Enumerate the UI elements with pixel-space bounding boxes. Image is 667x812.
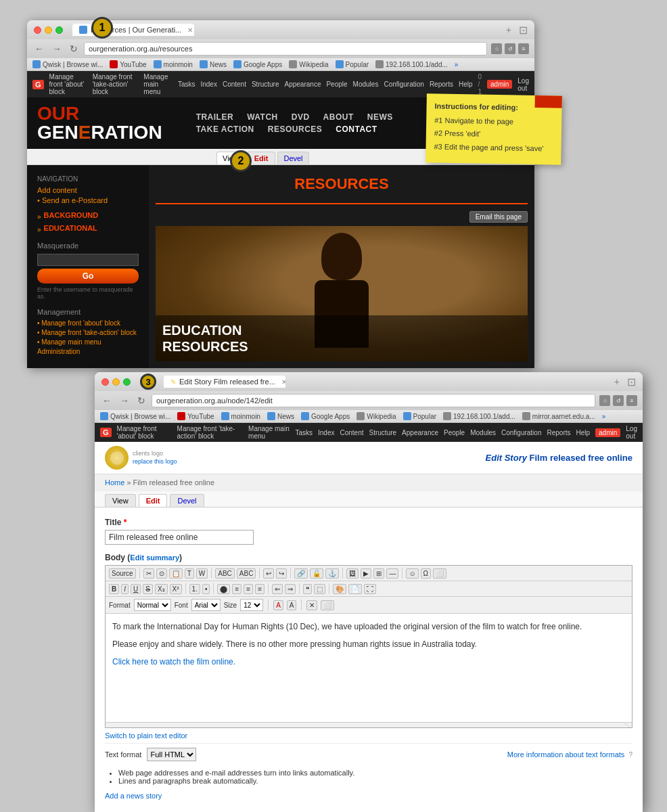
wysiwyg-hr-btn[interactable]: —	[386, 568, 398, 579]
star-icon[interactable]: ☆	[491, 43, 502, 54]
wysiwyg-content-area[interactable]: To mark the International Day for Human …	[106, 614, 632, 722]
admin2-link-index[interactable]: Index	[318, 429, 334, 436]
wysiwyg-outdent-btn[interactable]: ⇐	[272, 584, 283, 594]
star-icon-2[interactable]: ☆	[599, 395, 610, 406]
maximize-btn-2[interactable]	[123, 378, 131, 386]
minimize-btn-2[interactable]	[112, 378, 120, 386]
wysiwyg-paste-word-btn[interactable]: W	[196, 568, 208, 579]
nav-news[interactable]: NEWS	[367, 112, 393, 122]
wysiwyg-ol-btn[interactable]: 1.	[189, 584, 200, 594]
resize-btn-1[interactable]: ⊡	[519, 24, 528, 37]
wysiwyg-strike-btn[interactable]: S	[143, 584, 153, 594]
wysiwyg-special-btn[interactable]: Ω	[421, 568, 431, 579]
traffic-lights-1[interactable]	[34, 26, 63, 34]
bookmark-moin[interactable]: moinmoin	[154, 60, 193, 68]
wysiwyg-table-btn[interactable]: ⊞	[373, 568, 384, 579]
wysiwyg-paste-text-btn[interactable]: T	[185, 568, 194, 579]
wysiwyg-sub-btn[interactable]: X₂	[155, 584, 168, 594]
bm2-wiki[interactable]: Wikipedia	[356, 412, 396, 420]
tab-close-2[interactable]: ✕	[281, 378, 285, 386]
wysiwyg-align-right-btn[interactable]: ≡	[244, 584, 253, 594]
more-bm-2[interactable]: »	[602, 413, 606, 420]
nav-trailer[interactable]: TRAILER	[196, 112, 234, 122]
title-input[interactable]	[105, 530, 254, 545]
wysiwyg-ul-btn[interactable]: •	[202, 584, 210, 594]
admin-link-menu[interactable]: Manage main menu	[143, 73, 172, 95]
wysiwyg-paste-btn[interactable]: 📋	[169, 568, 183, 579]
wysiwyg-flash-btn[interactable]: ▶	[361, 568, 371, 579]
address-bar-1[interactable]: ourgeneration.org.au/resources	[84, 42, 487, 55]
admin2-link-tasks[interactable]: Tasks	[295, 429, 313, 436]
admin-link-people[interactable]: People	[326, 81, 347, 88]
wysiwyg-showblocks-btn[interactable]: ⬜	[321, 600, 334, 610]
mgmt-link-admin[interactable]: Administration	[37, 348, 139, 355]
admin2-link-menu[interactable]: Manage main menu	[248, 425, 290, 440]
more-bookmarks[interactable]: »	[455, 61, 459, 68]
bookmark-wiki[interactable]: Wikipedia	[289, 60, 328, 68]
close-btn-1[interactable]	[34, 26, 41, 34]
browser-tab-2[interactable]: ✎ Edit Story Film released fre... ✕	[164, 376, 285, 388]
back-btn-2[interactable]: ←	[100, 394, 114, 407]
bm2-qwisk[interactable]: Qwisk | Browse wi...	[100, 412, 170, 420]
format-select[interactable]: Normal	[134, 599, 171, 611]
admin-link-tasks[interactable]: Tasks	[178, 81, 196, 88]
tab-edit-2[interactable]: Edit	[139, 494, 168, 507]
wysiwyg-source-btn[interactable]: Source	[109, 568, 136, 579]
forward-btn-2[interactable]: →	[118, 394, 131, 407]
wysiwyg-font-color-btn[interactable]: A	[273, 600, 283, 610]
mgmt-link-3[interactable]: • Manage main menu	[37, 338, 139, 346]
admin2-link-appearance[interactable]: Appearance	[402, 429, 438, 436]
resize-btn-2[interactable]: ⊡	[627, 376, 636, 388]
admin2-link-about[interactable]: Manage front 'about' block	[117, 425, 172, 440]
bm2-ip[interactable]: 192.168.100.1/add...	[443, 412, 515, 420]
bookmark-popular[interactable]: Popular	[336, 60, 369, 68]
forward-btn-1[interactable]: →	[50, 43, 64, 55]
admin2-link-action[interactable]: Manage front 'take-action' block	[177, 425, 244, 440]
sidebar-edu-label[interactable]: EDUCATIONAL	[44, 224, 97, 232]
bm2-youtube[interactable]: YouTube	[177, 412, 214, 420]
nav-contact[interactable]: CONTACT	[336, 125, 377, 134]
wysiwyg-bg-color-btn[interactable]: A	[287, 600, 297, 610]
bookmark-news[interactable]: News	[200, 60, 227, 68]
nav-watch[interactable]: WATCH	[247, 112, 278, 122]
nav-about[interactable]: ABOUT	[323, 112, 354, 122]
bm2-news[interactable]: News	[267, 412, 294, 420]
admin2-link-config[interactable]: Configuration	[501, 429, 541, 436]
masquerade-go-btn[interactable]: Go	[37, 269, 139, 284]
refresh-icon[interactable]: ↺	[505, 43, 515, 54]
wysiwyg-anchor-btn[interactable]: ⚓	[325, 568, 339, 579]
bookmark-qwisk[interactable]: Qwisk | Browse wi...	[32, 60, 103, 68]
wysiwyg-cut-btn[interactable]: ✂	[143, 568, 154, 579]
wysiwyg-resize-handle[interactable]: ⋱	[106, 722, 632, 727]
admin-link-structure[interactable]: Structure	[252, 81, 279, 88]
admin2-link-content[interactable]: Content	[340, 429, 363, 436]
admin2-link-modules[interactable]: Modules	[470, 429, 496, 436]
wysiwyg-undo-btn[interactable]: ↩	[263, 568, 274, 579]
nav-dvd[interactable]: DVD	[292, 112, 310, 122]
wysiwyg-sup-btn[interactable]: X²	[170, 584, 182, 594]
wysiwyg-template-btn[interactable]: 📄	[348, 584, 362, 594]
tab-close-1[interactable]: ✕	[187, 26, 193, 34]
wysiwyg-maximize-btn[interactable]: ⛶	[364, 584, 376, 594]
sidebar-send-postcard[interactable]: • Send an e-Postcard	[37, 196, 139, 204]
admin-link-modules[interactable]: Modules	[353, 81, 379, 88]
bm2-popular[interactable]: Popular	[403, 412, 436, 420]
wysiwyg-italic-btn[interactable]: I	[121, 584, 129, 594]
mgmt-link-1[interactable]: • Manage front 'about' block	[37, 319, 139, 327]
more-formats-link[interactable]: More information about text formats	[507, 750, 625, 759]
bookmark-google[interactable]: Google Apps	[233, 60, 282, 68]
sidebar-add-content[interactable]: Add content	[37, 186, 139, 194]
traffic-lights-2[interactable]	[101, 378, 131, 386]
bookmark-ip[interactable]: 192.168.100.1/add...	[375, 60, 448, 68]
switch-to-plain-text[interactable]: Switch to plain text editor	[105, 728, 632, 743]
wysiwyg-indent-btn[interactable]: ⇒	[285, 584, 296, 594]
admin-link-index[interactable]: Index	[200, 81, 216, 88]
wysiwyg-align-center-btn[interactable]: ≡	[232, 584, 242, 594]
edit-summary-link[interactable]: Edit summary	[130, 554, 179, 562]
wysiwyg-div-btn[interactable]: ⬚	[314, 584, 325, 594]
bm2-mirror[interactable]: mirror.aarnet.edu.a...	[522, 412, 595, 420]
bm2-google[interactable]: Google Apps	[301, 412, 350, 420]
admin2-link-structure[interactable]: Structure	[369, 429, 397, 436]
admin-link-help[interactable]: Help	[459, 81, 473, 88]
wysiwyg-clear-btn[interactable]: ✕	[306, 600, 317, 610]
